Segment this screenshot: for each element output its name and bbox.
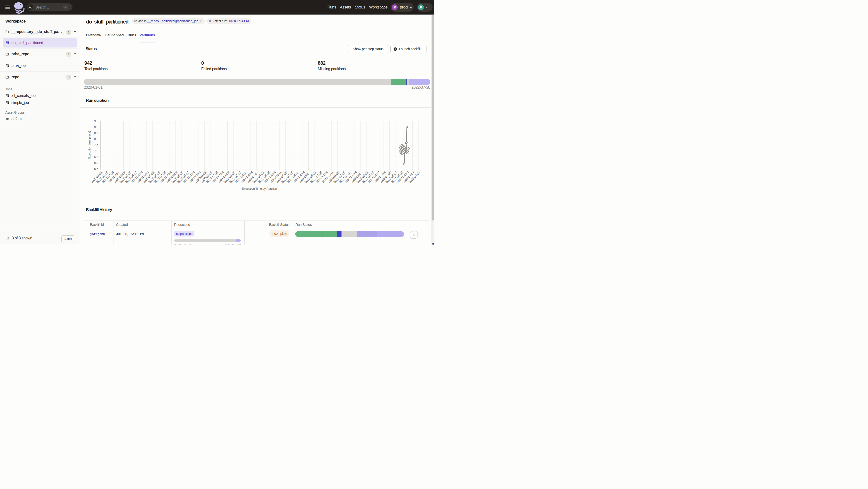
svg-text:7.5: 7.5	[94, 143, 98, 146]
svg-text:9.0: 9.0	[94, 125, 98, 129]
svg-text:6.0: 6.0	[94, 161, 98, 165]
svg-text:Execution Time by Partition: Execution Time by Partition	[242, 187, 277, 191]
svg-text:8.5: 8.5	[94, 131, 98, 135]
svg-text:7.0: 7.0	[94, 149, 98, 153]
svg-text:Execution time (secs): Execution time (secs)	[88, 131, 91, 159]
svg-text:6.5: 6.5	[94, 155, 98, 159]
svg-text:9.5: 9.5	[94, 119, 98, 123]
svg-text:5.5: 5.5	[94, 167, 98, 171]
svg-text:8.0: 8.0	[94, 137, 98, 141]
